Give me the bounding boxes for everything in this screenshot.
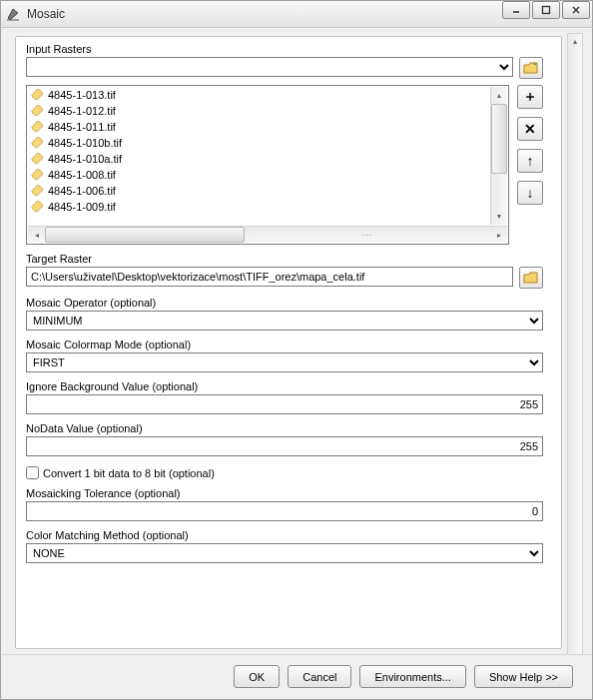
convert-1bit-checkbox[interactable] <box>26 466 39 479</box>
ok-button[interactable]: OK <box>234 665 280 688</box>
scroll-left-icon[interactable]: ◂ <box>28 227 45 243</box>
window-title: Mosaic <box>27 7 65 21</box>
raster-file-icon <box>30 89 44 101</box>
dialog-footer: OK Cancel Environments... Show Help >> <box>2 654 591 698</box>
arrow-up-icon: ↑ <box>527 153 534 169</box>
arrow-down-icon: ↓ <box>527 185 534 201</box>
list-item[interactable]: 4845-1-010a.tif <box>28 151 489 167</box>
x-icon: ✕ <box>524 121 536 137</box>
list-item[interactable]: 4845-1-010b.tif <box>28 135 489 151</box>
raster-file-icon <box>30 185 44 197</box>
nodata-label: NoData Value (optional) <box>26 422 543 434</box>
convert-1bit-label: Convert 1 bit data to 8 bit (optional) <box>43 467 215 479</box>
window-controls <box>502 1 590 19</box>
list-item-label: 4845-1-008.tif <box>48 169 116 181</box>
mosaic-operator-select[interactable]: MINIMUM <box>26 311 543 331</box>
mosaic-colormap-label: Mosaic Colormap Mode (optional) <box>26 339 543 350</box>
list-item-label: 4845-1-010a.tif <box>48 153 122 165</box>
list-item[interactable]: 4845-1-008.tif <box>28 167 489 183</box>
target-raster-input[interactable] <box>26 267 513 287</box>
list-item-label: 4845-1-013.tif <box>48 89 116 101</box>
show-help-button[interactable]: Show Help >> <box>474 665 573 688</box>
list-item[interactable]: 4845-1-013.tif <box>28 87 489 103</box>
raster-file-icon <box>30 201 44 213</box>
scroll-down-icon[interactable]: ▾ <box>491 208 507 225</box>
list-item-label: 4845-1-006.tif <box>48 185 116 197</box>
color-match-label: Color Matching Method (optional) <box>26 529 543 541</box>
list-item[interactable]: 4845-1-009.tif <box>28 199 489 215</box>
close-button[interactable] <box>562 1 590 19</box>
add-button[interactable]: ＋ <box>517 85 543 109</box>
client-area: ▴ ▾ Input Rasters 4845-1-013.tif4845-1-0… <box>0 28 593 700</box>
mosaic-colormap-select[interactable]: FIRST <box>26 352 543 372</box>
input-rasters-label: Input Rasters <box>26 43 543 55</box>
form-panel: Input Rasters 4845-1-013.tif4845-1-012.t… <box>15 36 562 649</box>
raster-file-icon <box>30 137 44 149</box>
maximize-button[interactable] <box>532 1 560 19</box>
ignore-bg-label: Ignore Background Value (optional) <box>26 380 543 392</box>
list-horizontal-scrollbar[interactable]: ◂ ∙∙∙ ▸ <box>28 226 507 243</box>
move-up-button[interactable]: ↑ <box>517 149 543 173</box>
list-item-label: 4845-1-011.tif <box>48 121 116 133</box>
list-item-label: 4845-1-012.tif <box>48 105 116 117</box>
input-rasters-select[interactable] <box>26 57 513 77</box>
raster-file-icon <box>30 153 44 165</box>
mosaic-tolerance-input[interactable] <box>26 501 543 521</box>
list-item-label: 4845-1-009.tif <box>48 201 116 213</box>
scroll-thumb[interactable] <box>491 104 507 174</box>
raster-file-icon <box>30 169 44 181</box>
ignore-bg-input[interactable] <box>26 394 543 414</box>
app-icon <box>5 6 21 22</box>
raster-list[interactable]: 4845-1-013.tif4845-1-012.tif4845-1-011.t… <box>26 85 509 245</box>
scroll-thumb[interactable] <box>45 227 245 243</box>
remove-button[interactable]: ✕ <box>517 117 543 141</box>
scroll-up-icon[interactable]: ▴ <box>568 34 582 48</box>
plus-icon: ＋ <box>523 88 537 106</box>
list-item-label: 4845-1-010b.tif <box>48 137 122 149</box>
minimize-button[interactable] <box>502 1 530 19</box>
mosaic-operator-label: Mosaic Operator (optional) <box>26 297 543 309</box>
list-item[interactable]: 4845-1-006.tif <box>28 183 489 199</box>
mosaic-tolerance-label: Mosaicking Tolerance (optional) <box>26 487 543 499</box>
cancel-button[interactable]: Cancel <box>288 665 351 688</box>
environments-button[interactable]: Environments... <box>359 665 465 688</box>
svg-rect-1 <box>543 7 550 14</box>
list-vertical-scrollbar[interactable]: ▴ ▾ <box>490 87 507 225</box>
nodata-input[interactable] <box>26 436 543 456</box>
panel-scrollbar[interactable]: ▴ ▾ <box>567 33 583 694</box>
list-item[interactable]: 4845-1-012.tif <box>28 103 489 119</box>
browse-target-button[interactable] <box>519 267 543 289</box>
move-down-button[interactable]: ↓ <box>517 181 543 205</box>
target-raster-label: Target Raster <box>26 253 543 265</box>
browse-input-button[interactable] <box>519 57 543 79</box>
raster-file-icon <box>30 121 44 133</box>
titlebar: Mosaic <box>0 0 593 28</box>
scroll-grip-icon: ∙∙∙ <box>362 230 373 240</box>
raster-file-icon <box>30 105 44 117</box>
scroll-right-icon[interactable]: ▸ <box>490 227 507 243</box>
list-item[interactable]: 4845-1-011.tif <box>28 119 489 135</box>
scroll-up-icon[interactable]: ▴ <box>491 87 507 104</box>
color-match-select[interactable]: NONE <box>26 543 543 563</box>
